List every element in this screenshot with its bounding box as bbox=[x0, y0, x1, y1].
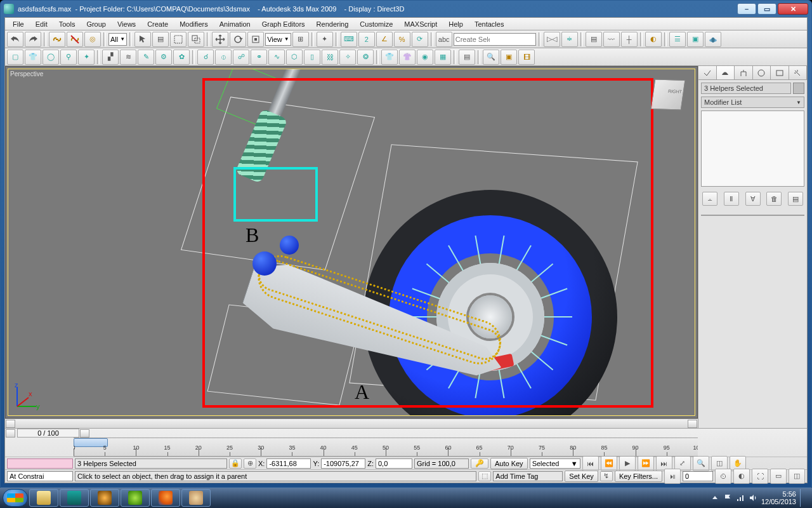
render-setup-button[interactable]: ☰ bbox=[669, 32, 686, 47]
snap-angle-button[interactable]: ∠ bbox=[376, 32, 393, 47]
minimize-button[interactable]: – bbox=[737, 3, 756, 15]
mirror-button[interactable]: ▷◁ bbox=[544, 32, 560, 47]
cmd-tab-utilities[interactable] bbox=[789, 66, 808, 79]
task-explorer[interactable] bbox=[29, 489, 58, 507]
menu-customize[interactable]: Customize bbox=[355, 19, 398, 29]
menu-rendering[interactable]: Rendering bbox=[311, 19, 354, 29]
menu-create[interactable]: Create bbox=[142, 19, 173, 29]
redo-button[interactable] bbox=[25, 32, 41, 47]
pin-icon[interactable]: ⚲ bbox=[60, 50, 77, 65]
ball-icon[interactable]: ◉ bbox=[417, 50, 433, 65]
frame-spinner[interactable]: 0 bbox=[683, 471, 713, 481]
tray-flag-icon[interactable] bbox=[723, 493, 732, 502]
task-app4[interactable] bbox=[121, 489, 150, 507]
shirt3-icon[interactable]: 👚 bbox=[399, 50, 416, 65]
task-3dsmax[interactable] bbox=[60, 489, 89, 507]
time-prev-button[interactable] bbox=[6, 429, 15, 438]
star-icon[interactable]: ✦ bbox=[78, 50, 95, 65]
window-titlebar[interactable]: asdsfasfcsfs.max - Project Folder: C:\Us… bbox=[1, 1, 811, 17]
menu-group[interactable]: Group bbox=[81, 19, 111, 29]
menu-views[interactable]: Views bbox=[112, 19, 141, 29]
shirt2-icon[interactable]: 👕 bbox=[381, 50, 398, 65]
box-icon[interactable]: ▢ bbox=[7, 50, 23, 65]
bind-spacewarp-button[interactable]: ◎ bbox=[84, 32, 101, 47]
align-button[interactable]: ≑ bbox=[561, 32, 578, 47]
coord-y-input[interactable]: -109075,27 bbox=[321, 458, 365, 469]
chain2-icon[interactable]: ⛓ bbox=[322, 50, 338, 65]
joint-icon[interactable]: ⦶ bbox=[215, 50, 232, 65]
render-button[interactable] bbox=[705, 32, 721, 47]
sphere-icon[interactable]: ◯ bbox=[43, 50, 59, 65]
make-unique-button[interactable]: ∀ bbox=[745, 192, 761, 206]
task-firefox[interactable] bbox=[151, 489, 180, 507]
menu-graph-editors[interactable]: Graph Editors bbox=[257, 19, 310, 29]
pivot-center-button[interactable]: ⊞ bbox=[292, 32, 309, 47]
show-end-result-button[interactable]: Ⅱ bbox=[724, 192, 739, 206]
select-by-name-button[interactable]: ▤ bbox=[152, 32, 169, 47]
notes-icon[interactable]: ▤ bbox=[459, 50, 475, 65]
named-sel-button[interactable]: abc bbox=[436, 32, 452, 47]
prev-frame-button[interactable]: ⏪ bbox=[601, 456, 617, 471]
link-button[interactable] bbox=[49, 32, 65, 47]
manipulate-button[interactable]: ✦ bbox=[317, 32, 333, 47]
goto-start-button[interactable]: ⏮ bbox=[582, 456, 599, 471]
menu-animation[interactable]: Animation bbox=[214, 19, 256, 29]
show-desktop-button[interactable] bbox=[800, 489, 806, 507]
snap-2d-button[interactable]: 2 bbox=[358, 32, 375, 47]
gear-icon[interactable]: ✿ bbox=[173, 50, 190, 65]
time-config-button[interactable]: ⏲ bbox=[715, 469, 731, 484]
select-object-button[interactable] bbox=[134, 32, 151, 47]
tray-up-icon[interactable] bbox=[710, 493, 719, 502]
modifier-list-dropdown[interactable]: Modifier List▼ bbox=[701, 97, 804, 108]
material-editor-button[interactable]: ◐ bbox=[645, 32, 662, 47]
maximize-viewport-button[interactable]: ⛶ bbox=[752, 469, 768, 484]
menu-help[interactable]: Help bbox=[443, 19, 468, 29]
camera-icon[interactable]: ▣ bbox=[501, 50, 517, 65]
zoom-region-button[interactable]: ▭ bbox=[770, 469, 787, 484]
coord-x-input[interactable]: -6311,68 bbox=[266, 458, 311, 469]
key-mode-icon[interactable]: 🔑 bbox=[471, 458, 488, 469]
task-paint[interactable] bbox=[181, 489, 211, 507]
keyboard-shortcut-button[interactable]: ⌨ bbox=[341, 32, 357, 47]
time-next-button[interactable] bbox=[80, 429, 89, 438]
curve-editor-button[interactable]: 〰 bbox=[603, 32, 620, 47]
rotate-button[interactable] bbox=[230, 32, 246, 47]
menu-modifiers[interactable]: Modifiers bbox=[174, 19, 213, 29]
cmd-tab-display[interactable] bbox=[771, 66, 789, 79]
tray-clock[interactable]: 5:56 12/05/2013 bbox=[761, 490, 796, 505]
spinner-snap-button[interactable]: ⟳ bbox=[412, 32, 428, 47]
checker-icon[interactable]: ▞ bbox=[102, 50, 119, 65]
cmd-tab-motion[interactable] bbox=[753, 66, 771, 79]
comm-center-button[interactable]: ⬚ bbox=[478, 471, 491, 481]
bone-icon[interactable]: ☌ bbox=[197, 50, 214, 65]
menu-edit[interactable]: Edit bbox=[30, 19, 53, 29]
dummy-icon[interactable]: ✧ bbox=[339, 50, 356, 65]
menu-tools[interactable]: Tools bbox=[54, 19, 81, 29]
grid2-icon[interactable]: ▦ bbox=[435, 50, 451, 65]
cmd-tab-hierarchy[interactable] bbox=[735, 66, 753, 79]
coord-z-input[interactable]: 0,0 bbox=[376, 458, 412, 469]
named-selection-set-input[interactable] bbox=[454, 33, 536, 46]
wheel-icon[interactable]: ⚙ bbox=[155, 50, 172, 65]
arc-rotate-button[interactable]: ◐ bbox=[733, 469, 750, 484]
schematic-view-button[interactable]: ┼ bbox=[621, 32, 638, 47]
key-filter-dropdown[interactable]: Selected▼ bbox=[530, 458, 580, 469]
task-app3[interactable] bbox=[90, 489, 119, 507]
transform-type-button[interactable]: ⊕ bbox=[244, 458, 256, 469]
maximize-button[interactable]: ▭ bbox=[757, 3, 776, 15]
close-button[interactable]: ✕ bbox=[778, 3, 808, 15]
key-filters-button[interactable]: Key Filters... bbox=[615, 471, 662, 482]
windows-taskbar[interactable]: 5:56 12/05/2013 bbox=[0, 488, 812, 508]
remove-modifier-button[interactable]: 🗑 bbox=[766, 192, 782, 206]
pin-stack-button[interactable]: ⫠ bbox=[702, 192, 717, 206]
scale-button[interactable] bbox=[247, 32, 264, 47]
skin-icon[interactable]: ⬡ bbox=[286, 50, 303, 65]
tshirt-icon[interactable]: 👕 bbox=[25, 50, 41, 65]
selection-name-field[interactable]: 3 Helpers Selected bbox=[701, 83, 791, 94]
search2-icon[interactable]: 🔍 bbox=[483, 50, 499, 65]
cog-icon[interactable]: ❂ bbox=[357, 50, 374, 65]
lock-button[interactable]: 🔒 bbox=[229, 458, 242, 469]
wand-icon[interactable]: ✎ bbox=[138, 50, 154, 65]
viewcube[interactable]: RIGHT bbox=[651, 79, 686, 110]
selection-filter-dropdown[interactable]: All▼ bbox=[108, 33, 127, 46]
